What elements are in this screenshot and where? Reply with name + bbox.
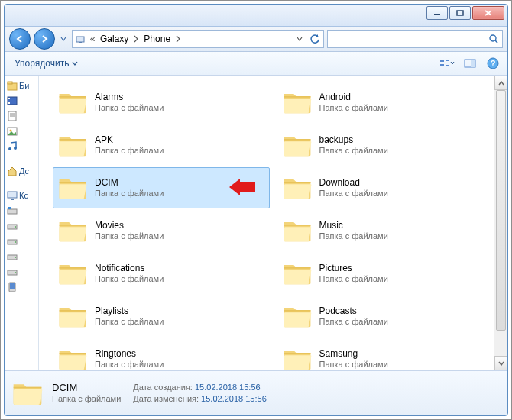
close-button[interactable] — [472, 6, 504, 20]
back-button[interactable] — [9, 28, 31, 50]
maximize-button[interactable] — [449, 6, 471, 20]
refresh-button[interactable] — [306, 31, 323, 47]
drive-icon — [7, 236, 18, 247]
svg-rect-15 — [8, 82, 12, 84]
folder-item-download[interactable]: DownloadПапка с файлами — [277, 167, 494, 208]
crumb-phone[interactable]: Phone — [141, 31, 173, 47]
chevron-right-icon[interactable] — [131, 35, 141, 43]
sidebar-item-label: Дс — [19, 166, 29, 176]
home-icon — [7, 166, 18, 176]
created-value: 15.02.2018 15:56 — [195, 383, 261, 392]
view-options-button[interactable] — [437, 54, 457, 73]
scroll-thumb[interactable] — [496, 90, 506, 331]
folder-name: Playlists — [95, 305, 164, 316]
sidebar-item[interactable] — [5, 205, 39, 216]
minimize-button[interactable] — [426, 6, 448, 20]
folder-item-playlists[interactable]: PlaylistsПапка с файлами — [53, 296, 270, 337]
forward-button[interactable] — [34, 28, 55, 50]
folder-item-alarms[interactable]: AlarmsПапка с файлами — [53, 82, 270, 123]
svg-point-4 — [490, 35, 496, 41]
explorer-window: « Galaxy Phone Упорядочить — [4, 4, 508, 416]
svg-point-37 — [15, 272, 16, 273]
folder-item-music[interactable]: MusicПапка с файлами — [277, 210, 494, 251]
scroll-track[interactable] — [494, 90, 507, 356]
sidebar-item[interactable] — [5, 221, 39, 231]
created-label: Дата создания: — [133, 383, 193, 392]
folder-name: Pictures — [319, 263, 388, 273]
sidebar-item[interactable] — [5, 126, 39, 137]
address-bar: « Galaxy Phone — [5, 27, 507, 52]
nav-history-dropdown[interactable] — [58, 36, 69, 42]
svg-point-25 — [14, 147, 17, 150]
drive-icon — [7, 221, 18, 231]
folder-name: Movies — [95, 220, 164, 231]
chevron-right-icon[interactable] — [173, 35, 183, 43]
folder-name: Ringtones — [95, 348, 164, 359]
folder-item-pictures[interactable]: PicturesПапка с файлами — [277, 253, 494, 294]
modified-value: 15.02.2018 15:56 — [201, 394, 267, 403]
folder-icon — [58, 344, 87, 370]
image-icon — [7, 126, 18, 137]
sidebar-item[interactable] — [5, 251, 39, 262]
chevron-left-icon[interactable]: « — [88, 34, 97, 44]
phone-icon — [7, 282, 18, 292]
folder-name: Alarms — [95, 92, 164, 102]
svg-rect-1 — [457, 11, 463, 15]
folder-icon — [283, 259, 312, 288]
folder-name: APK — [95, 134, 164, 145]
address-field[interactable]: « Galaxy Phone — [72, 30, 324, 48]
details-name: DCIM — [52, 382, 121, 393]
folder-icon — [58, 88, 87, 117]
folder-item-samsung[interactable]: SamsungПапка с файлами — [277, 338, 494, 370]
folder-icon — [7, 80, 18, 91]
scroll-up-button[interactable] — [494, 76, 507, 90]
folder-subtext: Папка с файлами — [319, 359, 388, 370]
folder-item-podcasts[interactable]: PodcastsПапка с файлами — [277, 296, 494, 337]
sidebar-item[interactable]: Би — [5, 80, 39, 91]
search-input[interactable] — [327, 30, 503, 48]
folder-item-apk[interactable]: APKПапка с файлами — [53, 124, 270, 166]
device-icon — [73, 34, 88, 44]
folder-item-backups[interactable]: backupsПапка с файлами — [277, 124, 494, 166]
window-body: БиДсКс AlarmsПапка с файламиAndroidПапка… — [5, 76, 507, 370]
svg-rect-39 — [10, 283, 15, 289]
sidebar-item[interactable] — [5, 282, 39, 292]
folder-icon — [58, 259, 87, 288]
folder-name: backups — [319, 134, 388, 145]
organize-label: Упорядочить — [15, 58, 69, 69]
folder-subtext: Папка с файлами — [95, 231, 164, 241]
sidebar-item[interactable] — [5, 95, 39, 106]
sidebar-item[interactable] — [5, 141, 39, 152]
sidebar-item[interactable] — [5, 111, 39, 121]
sidebar-item[interactable]: Кс — [5, 190, 39, 201]
details-pane: DCIM Папка с файлами Дата создания: 15.0… — [5, 370, 507, 415]
svg-rect-9 — [446, 65, 449, 66]
folder-item-ringtones[interactable]: RingtonesПапка с файлами — [53, 338, 270, 370]
svg-rect-3 — [79, 42, 82, 43]
folder-item-notifications[interactable]: NotificationsПапка с файлами — [53, 253, 270, 294]
folder-item-movies[interactable]: MoviesПапка с файлами — [53, 210, 270, 251]
folder-subtext: Папка с файлами — [95, 145, 164, 156]
music-icon — [7, 141, 18, 152]
sidebar-item[interactable] — [5, 267, 39, 277]
folder-item-android[interactable]: AndroidПапка с файлами — [277, 82, 494, 123]
sidebar-item[interactable] — [5, 236, 39, 247]
chevron-down-icon — [72, 60, 78, 66]
scroll-down-button[interactable] — [494, 356, 507, 370]
folder-subtext: Папка с файлами — [319, 145, 388, 156]
folder-view[interactable]: AlarmsПапка с файламиAndroidПапка с файл… — [39, 76, 494, 370]
folder-item-dcim[interactable]: DCIMПапка с файлами — [53, 167, 270, 208]
svg-rect-7 — [440, 64, 444, 66]
vertical-scrollbar[interactable] — [494, 76, 507, 370]
sidebar-item-label: Би — [19, 81, 29, 90]
folder-subtext: Папка с файлами — [319, 102, 388, 113]
svg-point-33 — [15, 241, 16, 243]
svg-rect-2 — [76, 37, 84, 42]
organize-button[interactable]: Упорядочить — [9, 54, 83, 73]
crumb-galaxy[interactable]: Galaxy — [97, 31, 131, 47]
preview-pane-button[interactable] — [460, 54, 480, 73]
svg-rect-6 — [440, 60, 444, 62]
help-button[interactable]: ? — [483, 54, 503, 73]
address-dropdown[interactable] — [293, 31, 306, 47]
sidebar-item[interactable]: Дс — [5, 166, 39, 176]
